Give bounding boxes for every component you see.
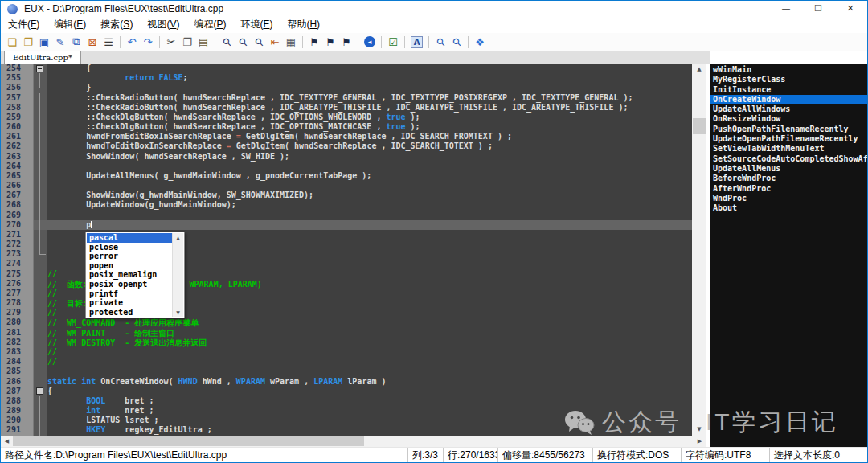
code-line[interactable]: 260 ::CheckDlgButton( hwndSearchReplace … [1, 122, 692, 132]
encoding-icon[interactable]: A [411, 36, 423, 48]
function-list-item[interactable]: WndProc [710, 194, 867, 203]
find-next-icon[interactable]: ⚲ [248, 31, 268, 51]
code-line[interactable]: 285 [1, 367, 692, 376]
todo-list-icon[interactable]: ☑ [386, 35, 400, 49]
fold-margin[interactable] [34, 289, 47, 298]
fold-margin[interactable] [34, 269, 47, 279]
scroll-down-arrow-icon[interactable]: ▼ [173, 309, 183, 315]
code-line[interactable]: 267 ShowWindow(g_hwndMainWindow, SW_SHOW… [1, 191, 692, 200]
code-line[interactable]: 287{ [1, 387, 692, 396]
menu-file[interactable]: 文件(F) [1, 17, 47, 33]
menu-search[interactable]: 搜索(S) [93, 17, 140, 33]
close-button[interactable]: ✕ [834, 1, 866, 17]
code-line[interactable]: 254 { [1, 64, 692, 73]
fold-margin[interactable] [34, 211, 47, 220]
scroll-left-arrow-icon[interactable]: ◀ [1, 436, 13, 447]
fold-margin[interactable] [34, 122, 47, 132]
save-icon[interactable]: ▣ [37, 35, 51, 49]
code-line[interactable]: 283// [1, 347, 692, 357]
fold-margin[interactable] [34, 249, 47, 259]
autocomplete-item[interactable]: posix_openpt [87, 280, 172, 289]
bookmark-next-icon[interactable]: ⚑ [339, 35, 354, 49]
menu-edit[interactable]: 编辑(E) [47, 17, 93, 33]
function-list-item[interactable]: UpdateOpenPathFilenameRecently [710, 134, 867, 144]
save-all-icon[interactable]: ⧉ [69, 35, 84, 49]
fold-margin[interactable] [34, 64, 47, 73]
fold-margin[interactable] [34, 367, 47, 376]
tab-editultra-cpp[interactable]: EditUltra.cpp* [4, 51, 81, 64]
code-line[interactable]: 269 [1, 211, 692, 220]
fold-margin[interactable] [34, 406, 47, 416]
fold-margin[interactable] [34, 220, 47, 230]
bookmark-prev-icon[interactable]: ⚑ [323, 35, 338, 49]
autocomplete-scrollbar[interactable]: ▲ ▼ [172, 233, 183, 317]
fold-margin[interactable] [34, 103, 47, 113]
fold-collapse-icon[interactable] [36, 387, 43, 395]
code-line[interactable]: 286static int OnCreateWindow( HWND hWnd … [1, 377, 692, 387]
scroll-down-arrow-icon[interactable]: ▼ [692, 424, 706, 436]
goto-line-icon[interactable]: ⇤ [268, 35, 282, 49]
function-list-item[interactable]: OnCreateWindow [710, 95, 867, 104]
fold-margin[interactable] [34, 93, 47, 103]
code-line[interactable]: 282// WM_DESTROY - 发送退出消息并返回 [1, 338, 692, 347]
fold-margin[interactable] [34, 387, 47, 396]
autocomplete-item[interactable]: printf [87, 289, 172, 299]
paste-icon[interactable]: ▤ [196, 35, 211, 49]
close-file-icon[interactable]: ⊠ [85, 35, 100, 49]
fold-margin[interactable] [34, 181, 47, 191]
code-line[interactable]: 255 return FALSE; [1, 73, 692, 83]
maximize-button[interactable]: ☐ [802, 1, 834, 17]
function-list-item[interactable]: InitInstance [710, 85, 867, 95]
vertical-scroll-thumb[interactable] [693, 118, 706, 134]
fold-margin[interactable] [34, 308, 47, 318]
file-list-icon[interactable]: ☰ [101, 35, 116, 49]
autocomplete-item[interactable]: perror [87, 252, 172, 261]
fold-margin[interactable] [34, 318, 47, 327]
function-list-item[interactable]: AfterWndProc [710, 184, 867, 194]
fold-margin[interactable] [34, 377, 47, 387]
about-icon[interactable]: ❖ [473, 35, 487, 49]
fold-margin[interactable] [34, 141, 47, 151]
function-list-item[interactable]: UpdateAllWindows [710, 104, 867, 114]
cut-icon[interactable]: ✂ [164, 35, 178, 49]
redo-icon[interactable]: ↷ [141, 35, 155, 49]
fold-margin[interactable] [34, 298, 47, 308]
editor-vertical-scrollbar[interactable]: ▲ ▼ [692, 64, 706, 436]
scroll-right-arrow-icon[interactable]: ▶ [694, 436, 706, 447]
back-icon[interactable]: ◂ [364, 36, 375, 47]
function-list-item[interactable]: SetViewTabWidthMenuText [710, 144, 867, 154]
autocomplete-item[interactable]: protected [87, 308, 172, 318]
fold-margin[interactable] [34, 259, 47, 268]
fold-margin[interactable] [34, 113, 47, 122]
code-line[interactable]: 261 hwndFromEditBoxInSearchReplace = Get… [1, 132, 692, 141]
save-as-icon[interactable]: ✎ [53, 35, 68, 49]
fold-margin[interactable] [34, 132, 47, 141]
autocomplete-item[interactable]: pclose [87, 243, 172, 252]
menu-environment[interactable]: 环境(E) [233, 17, 280, 33]
editor-horizontal-scrollbar[interactable]: ◀ ▶ [1, 436, 706, 447]
fold-margin[interactable] [34, 416, 47, 425]
code-line[interactable]: 270 p [1, 220, 692, 230]
fold-margin[interactable] [34, 200, 47, 210]
fold-margin[interactable] [34, 83, 47, 92]
fold-margin[interactable] [34, 328, 47, 338]
function-list-item[interactable]: UpdateAllMenus [710, 164, 867, 174]
fold-margin[interactable] [34, 240, 47, 249]
fold-margin[interactable] [34, 396, 47, 406]
fold-margin[interactable] [34, 191, 47, 200]
code-line[interactable]: 280// WM_COMMAND - 处理应用程序菜单 [1, 318, 692, 327]
bookmark-icon[interactable]: ⚑ [307, 35, 321, 49]
fold-margin[interactable] [34, 338, 47, 347]
menu-view[interactable]: 视图(V) [140, 17, 186, 33]
undo-icon[interactable]: ↶ [125, 35, 139, 49]
fold-margin[interactable] [34, 279, 47, 289]
open-file-icon[interactable]: ❐ [21, 35, 35, 49]
fold-margin[interactable] [34, 357, 47, 367]
zoom-out-icon[interactable]: ⚲ [446, 31, 466, 51]
fold-margin[interactable] [34, 230, 47, 240]
copy-icon[interactable]: ❐ [180, 35, 194, 49]
fold-margin[interactable] [34, 73, 47, 83]
code-line[interactable]: 265 UpdateAllMenus( g_hwndMainWindow , g… [1, 171, 692, 181]
function-list-item[interactable]: SetSourceCodeAutoCompletedShowAf [710, 154, 867, 164]
function-list-item[interactable]: OnResizeWindow [710, 114, 867, 124]
